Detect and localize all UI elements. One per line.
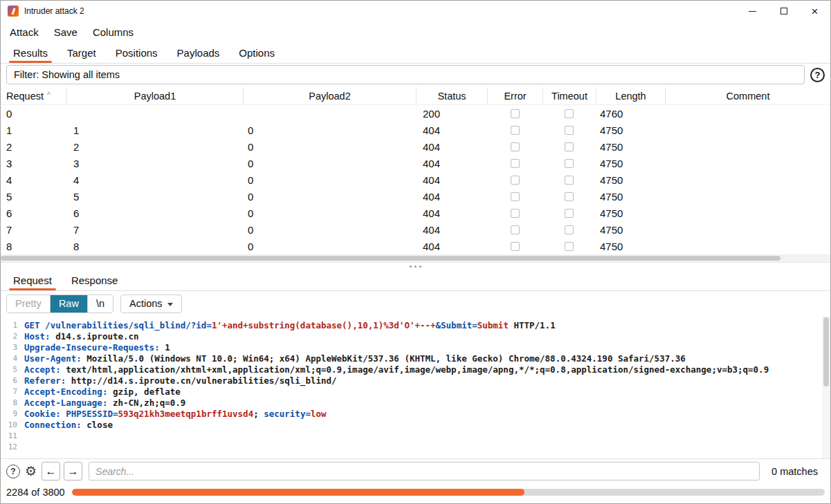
timeout-checkbox[interactable] <box>565 209 574 218</box>
column-header-request[interactable]: Request ^ <box>1 87 66 104</box>
next-match-button[interactable]: → <box>64 462 82 480</box>
cell-payload1: 7 <box>66 221 243 238</box>
cell-request: 5 <box>1 188 66 205</box>
close-icon: × <box>812 6 819 17</box>
tab-results[interactable]: Results <box>3 42 57 63</box>
maximize-icon <box>780 8 787 15</box>
table-row[interactable]: 0 200 4760 <box>1 105 830 122</box>
request-editor[interactable]: 1GET /vulnerabilities/sqli_blind/?id=1'+… <box>1 316 822 458</box>
timeout-checkbox[interactable] <box>565 192 574 201</box>
column-header-payload2[interactable]: Payload2 <box>243 87 416 104</box>
cell-payload2: 0 <box>243 138 416 155</box>
actions-button[interactable]: Actions <box>120 295 182 313</box>
pane-splitter[interactable] <box>1 262 830 270</box>
tab-payloads[interactable]: Payloads <box>167 42 230 63</box>
filter-bar[interactable]: Filter: Showing all items <box>6 65 805 84</box>
gear-icon[interactable]: ⚙ <box>25 465 37 478</box>
column-header-comment[interactable]: Comment <box>665 87 830 104</box>
error-checkbox[interactable] <box>511 176 520 185</box>
error-checkbox[interactable] <box>511 159 520 168</box>
menu-save[interactable]: Save <box>46 24 85 41</box>
editor-line: 6Referer: http://d14.s.iproute.cn/vulner… <box>1 375 822 386</box>
minimize-button[interactable] <box>737 1 768 21</box>
column-header-timeout[interactable]: Timeout <box>542 87 596 104</box>
help-icon[interactable]: ? <box>810 68 825 82</box>
search-input[interactable] <box>89 462 760 480</box>
editor-line: 10Connection: close <box>1 419 822 430</box>
cell-length: 4750 <box>596 138 665 155</box>
cell-error <box>487 171 542 188</box>
tab-request[interactable]: Request <box>3 270 62 290</box>
search-help-icon[interactable]: ? <box>6 465 20 478</box>
table-row[interactable]: 7 7 0 404 4750 <box>1 221 830 238</box>
cell-length: 4750 <box>596 155 665 171</box>
horizontal-scrollbar-thumb[interactable] <box>1 256 780 261</box>
tab-options[interactable]: Options <box>229 42 284 63</box>
cell-timeout <box>542 188 596 205</box>
table-row[interactable]: 1 1 0 404 4750 <box>1 122 830 138</box>
newline-toggle-button[interactable]: \n <box>88 295 113 312</box>
cell-payload2: 0 <box>243 188 416 205</box>
raw-button[interactable]: Raw <box>51 295 88 312</box>
close-button[interactable]: × <box>799 1 830 21</box>
table-horizontal-scrollbar[interactable] <box>1 254 830 262</box>
cell-payload1: 5 <box>66 188 243 205</box>
timeout-checkbox[interactable] <box>565 159 574 168</box>
request-editor-lines: 1GET /vulnerabilities/sqli_blind/?id=1'+… <box>1 319 822 452</box>
cell-request: 0 <box>1 105 66 122</box>
previous-match-button[interactable]: ← <box>42 462 60 480</box>
table-row[interactable]: 5 5 0 404 4750 <box>1 188 830 205</box>
timeout-checkbox[interactable] <box>565 142 574 151</box>
timeout-checkbox[interactable] <box>565 225 574 234</box>
cell-payload2: 0 <box>243 205 416 221</box>
table-row[interactable]: 6 6 0 404 4750 <box>1 205 830 221</box>
cell-status: 404 <box>416 122 487 138</box>
maximize-button[interactable] <box>768 1 799 21</box>
table-row[interactable]: 2 2 0 404 4750 <box>1 138 830 155</box>
error-checkbox[interactable] <box>511 192 520 201</box>
editor-vertical-scrollbar[interactable] <box>822 316 830 458</box>
error-checkbox[interactable] <box>511 126 520 135</box>
cell-request: 8 <box>1 238 66 254</box>
error-checkbox[interactable] <box>511 242 520 251</box>
column-header-status[interactable]: Status <box>416 87 487 104</box>
timeout-checkbox[interactable] <box>565 242 574 251</box>
cell-payload1: 2 <box>66 138 243 155</box>
cell-timeout <box>542 238 596 254</box>
cell-request: 1 <box>1 122 66 138</box>
tab-target[interactable]: Target <box>57 42 106 63</box>
cell-comment <box>665 171 830 188</box>
chevron-down-icon <box>167 303 173 306</box>
cell-comment <box>665 122 830 138</box>
tab-positions[interactable]: Positions <box>106 42 167 63</box>
column-header-payload1[interactable]: Payload1 <box>66 87 243 104</box>
pretty-button[interactable]: Pretty <box>7 295 51 312</box>
column-header-error[interactable]: Error <box>487 87 542 104</box>
timeout-checkbox[interactable] <box>565 109 574 118</box>
error-checkbox[interactable] <box>511 209 520 218</box>
sort-ascending-icon: ^ <box>47 91 51 99</box>
menu-columns[interactable]: Columns <box>85 24 141 41</box>
table-row[interactable]: 3 3 0 404 4750 <box>1 155 830 171</box>
error-checkbox[interactable] <box>511 142 520 151</box>
error-checkbox[interactable] <box>511 225 520 234</box>
editor-line: 11 <box>1 430 822 441</box>
cell-length: 4760 <box>596 105 665 122</box>
cell-comment <box>665 138 830 155</box>
editor-scrollbar-thumb[interactable] <box>823 317 829 386</box>
cell-payload2: 0 <box>243 155 416 171</box>
editor-line: 7Accept-Encoding: gzip, deflate <box>1 386 822 397</box>
timeout-checkbox[interactable] <box>565 126 574 135</box>
timeout-checkbox[interactable] <box>565 176 574 185</box>
cell-request: 6 <box>1 205 66 221</box>
table-row[interactable]: 4 4 0 404 4750 <box>1 171 830 188</box>
table-row[interactable]: 8 8 0 404 4750 <box>1 238 830 254</box>
error-checkbox[interactable] <box>511 109 520 118</box>
editor-line: 3Upgrade-Insecure-Requests: 1 <box>1 342 822 353</box>
tab-response[interactable]: Response <box>62 270 128 290</box>
column-header-length[interactable]: Length <box>596 87 665 104</box>
cell-comment <box>665 155 830 171</box>
menu-attack[interactable]: Attack <box>2 24 46 41</box>
editor-line: 12 <box>1 441 822 452</box>
cell-length: 4750 <box>596 238 665 254</box>
